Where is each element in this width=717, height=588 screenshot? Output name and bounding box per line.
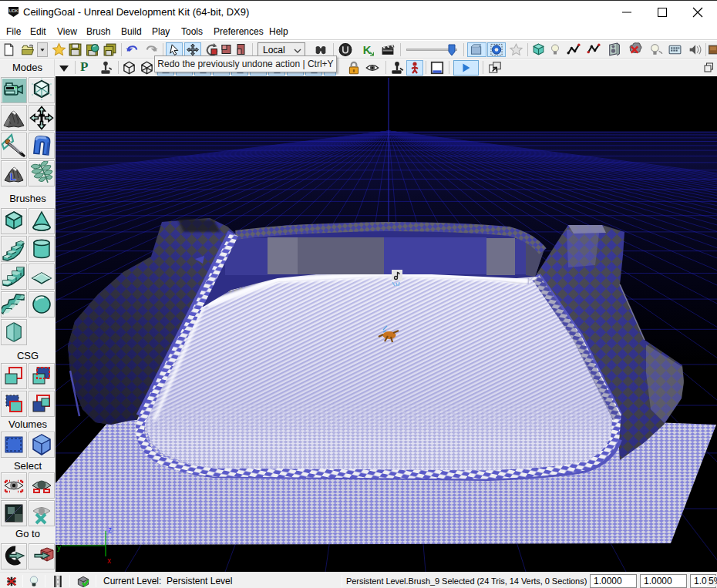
svg-text:z: z — [108, 526, 112, 534]
svg-text:x: x — [107, 556, 111, 565]
svg-text:L: L — [10, 171, 16, 183]
svg-text:UDK: UDK — [9, 8, 19, 13]
svg-text:y: y — [57, 543, 61, 552]
svg-text:K: K — [363, 44, 372, 56]
